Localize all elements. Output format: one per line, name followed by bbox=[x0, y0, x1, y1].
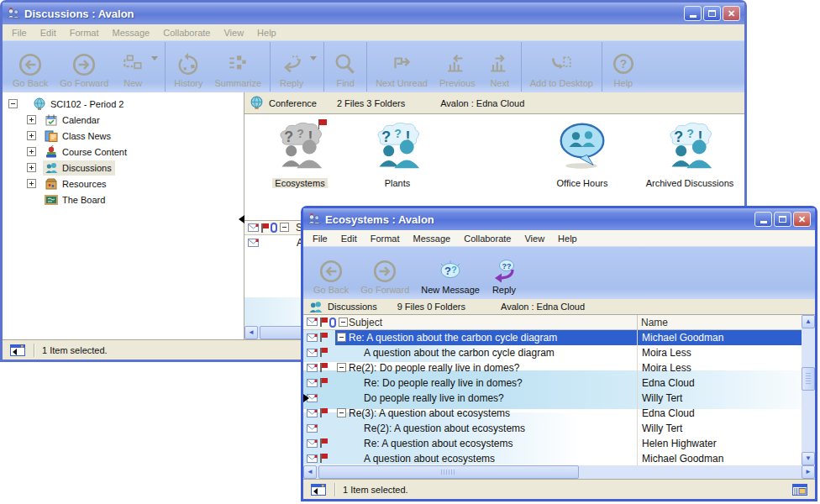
dropdown-arrow-icon[interactable] bbox=[151, 56, 158, 64]
w2-maximize-button[interactable] bbox=[774, 212, 791, 227]
help-button[interactable]: Help bbox=[605, 42, 642, 92]
menu-item[interactable]: Collaborate bbox=[457, 232, 518, 245]
message-row[interactable]: A question about the carbon cycle diagra… bbox=[303, 345, 802, 360]
tree-item[interactable]: Resources bbox=[3, 176, 244, 192]
reply-button[interactable]: Reply bbox=[273, 42, 321, 92]
go-forward-button[interactable]: Go Forward bbox=[54, 42, 114, 92]
message-row[interactable]: Re(2): Do people really live in domes? M… bbox=[303, 360, 802, 375]
menu-item[interactable]: Message bbox=[407, 232, 458, 245]
message-author[interactable]: Michael Goodman bbox=[638, 451, 802, 465]
pane-split-marker-icon[interactable] bbox=[239, 215, 244, 223]
view-mode-icon[interactable] bbox=[791, 483, 808, 496]
reply-button[interactable]: Reply bbox=[486, 248, 523, 298]
w2-list-column-header[interactable]: Subject Name bbox=[303, 315, 802, 330]
scroll-left-button[interactable] bbox=[303, 465, 317, 479]
menu-item[interactable]: Edit bbox=[334, 232, 364, 245]
tree-item[interactable]: Class News bbox=[3, 128, 244, 144]
w1-minimize-button[interactable] bbox=[684, 6, 702, 21]
new-message-button[interactable]: New Message bbox=[415, 248, 486, 298]
message-row[interactable]: A question about ecosystems Michael Good… bbox=[303, 451, 802, 465]
collapse-all-icon[interactable] bbox=[280, 223, 289, 232]
message-author[interactable]: Michael Goodman bbox=[638, 330, 802, 345]
scrollbar-thumb[interactable] bbox=[802, 367, 815, 391]
message-author[interactable]: Moira Less bbox=[638, 360, 802, 375]
message-subject-cell[interactable]: A question about the carbon cycle diagra… bbox=[335, 345, 637, 360]
subject-column-header[interactable]: Subject bbox=[349, 317, 382, 328]
new-button[interactable]: New bbox=[114, 42, 162, 92]
w1-maximize-button[interactable] bbox=[703, 6, 721, 21]
scroll-left-button[interactable] bbox=[244, 326, 258, 339]
collapse-all-icon[interactable] bbox=[339, 318, 348, 327]
conference-item[interactable]: Plants bbox=[350, 121, 444, 190]
menu-item[interactable]: View bbox=[217, 26, 250, 39]
menu-item[interactable]: Format bbox=[63, 26, 106, 39]
expand-box-icon[interactable] bbox=[27, 179, 36, 188]
expand-box-icon[interactable] bbox=[27, 131, 36, 140]
tree-item[interactable]: Course Content bbox=[3, 144, 244, 160]
collapse-thread-icon[interactable] bbox=[337, 408, 346, 417]
scroll-down-button[interactable] bbox=[802, 452, 815, 465]
split-pane-toggle-icon[interactable] bbox=[9, 344, 26, 357]
previous-button[interactable]: Previous bbox=[434, 42, 481, 92]
menu-item[interactable]: Collaborate bbox=[156, 26, 217, 39]
w2-vertical-scrollbar[interactable] bbox=[802, 315, 815, 465]
add-to-desktop-button[interactable]: Add to Desktop bbox=[524, 42, 599, 92]
dropdown-arrow-icon[interactable] bbox=[310, 56, 317, 64]
message-author[interactable]: Willy Tert bbox=[638, 421, 802, 436]
w2-titlebar[interactable]: Ecosystems : Avalon ✕ bbox=[303, 208, 815, 230]
message-author[interactable]: Helen Highwater bbox=[638, 436, 802, 451]
menu-item[interactable]: View bbox=[518, 232, 551, 245]
split-pane-toggle-icon[interactable] bbox=[310, 483, 327, 496]
scrollbar-thumb[interactable] bbox=[318, 465, 579, 479]
message-subject-cell[interactable]: Re(2): Do people really live in domes? bbox=[335, 360, 637, 375]
message-row[interactable]: Re: A question about the carbon cycle di… bbox=[303, 330, 802, 345]
message-subject-cell[interactable]: Re: A question about ecosystems bbox=[335, 436, 637, 451]
collapse-thread-icon[interactable] bbox=[337, 333, 346, 342]
message-subject-cell[interactable]: Re(3): A question about ecosystems bbox=[335, 406, 637, 421]
message-row[interactable]: Re(2): A question about ecosystems Willy… bbox=[303, 421, 802, 436]
message-subject-cell[interactable]: Do people really live in domes? bbox=[335, 391, 637, 406]
menu-item[interactable]: Message bbox=[106, 26, 157, 39]
go-back-button[interactable]: Go Back bbox=[308, 248, 355, 298]
conference-item[interactable]: Office Hours bbox=[535, 121, 629, 190]
collapse-box-icon[interactable] bbox=[8, 99, 18, 108]
menu-item[interactable]: Format bbox=[364, 232, 407, 245]
message-subject-cell[interactable]: Re: A question about the carbon cycle di… bbox=[335, 330, 637, 345]
next-unread-button[interactable]: Next Unread bbox=[370, 42, 434, 92]
tree-item[interactable]: The Board bbox=[3, 192, 244, 207]
message-author[interactable]: Willy Tert bbox=[638, 391, 802, 406]
message-subject-cell[interactable]: Re: Do people really live in domes? bbox=[335, 375, 637, 391]
message-row[interactable]: Re: Do people really live in domes? Edna… bbox=[303, 375, 802, 391]
w2-minimize-button[interactable] bbox=[754, 212, 772, 227]
message-row[interactable]: Re: A question about ecosystems Helen Hi… bbox=[303, 436, 802, 451]
go-back-button[interactable]: Go Back bbox=[7, 42, 54, 92]
message-row[interactable]: Re(3): A question about ecosystems Edna … bbox=[303, 406, 802, 421]
expand-box-icon[interactable] bbox=[27, 163, 36, 172]
scroll-up-button[interactable] bbox=[802, 315, 815, 328]
menu-item[interactable]: File bbox=[306, 232, 334, 245]
expand-box-icon[interactable] bbox=[27, 147, 36, 156]
message-author[interactable]: Edna Cloud bbox=[638, 375, 802, 391]
w1-close-button[interactable]: ✕ bbox=[723, 6, 740, 21]
summarize-button[interactable]: Summarize bbox=[209, 42, 268, 92]
expand-box-icon[interactable] bbox=[27, 115, 36, 124]
next-button[interactable]: Next bbox=[481, 42, 518, 92]
find-button[interactable]: Find bbox=[327, 42, 364, 92]
tree-item[interactable]: Discussions bbox=[3, 160, 244, 176]
menu-item[interactable]: Help bbox=[551, 232, 584, 245]
menu-item[interactable]: Help bbox=[250, 26, 283, 39]
message-author[interactable]: Edna Cloud bbox=[638, 406, 802, 421]
column-divider[interactable] bbox=[637, 315, 638, 329]
w2-close-button[interactable]: ✕ bbox=[793, 212, 811, 227]
message-subject-cell[interactable]: Re(2): A question about ecosystems bbox=[335, 421, 637, 436]
tree-item[interactable]: Calendar bbox=[3, 112, 244, 128]
conference-item[interactable]: Archived Discussions bbox=[643, 121, 737, 190]
w1-titlebar[interactable]: Discussions : Avalon ✕ bbox=[3, 3, 744, 24]
go-forward-button[interactable]: Go Forward bbox=[355, 248, 415, 298]
message-subject-cell[interactable]: A question about ecosystems bbox=[335, 451, 637, 465]
message-author[interactable]: Moira Less bbox=[638, 345, 802, 360]
history-button[interactable]: History bbox=[168, 42, 208, 92]
w2-horizontal-scrollbar[interactable] bbox=[303, 465, 815, 479]
collapse-thread-icon[interactable] bbox=[337, 363, 346, 372]
menu-item[interactable]: File bbox=[5, 26, 34, 39]
